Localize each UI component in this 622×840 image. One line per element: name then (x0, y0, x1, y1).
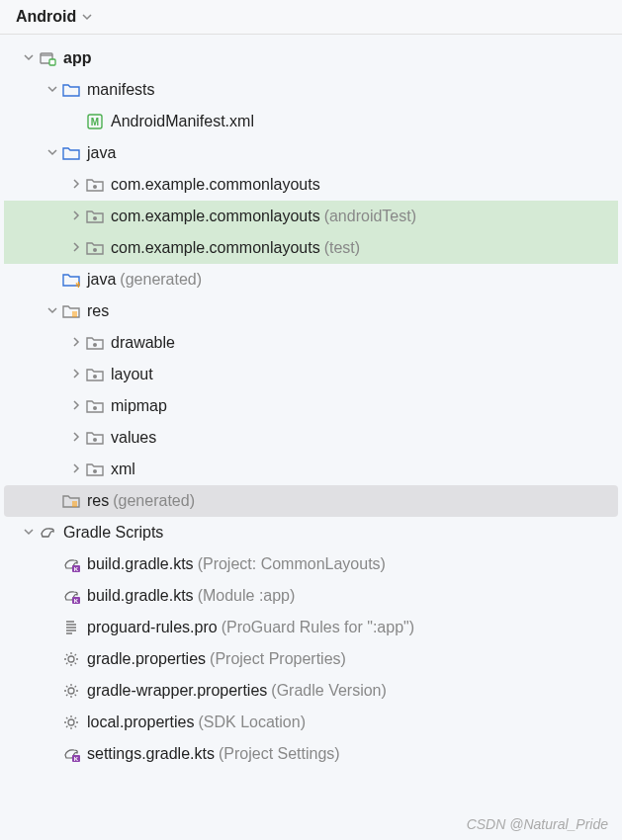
svg-text:✻: ✻ (75, 281, 80, 288)
tree-item-label: AndroidManifest.xml (111, 113, 254, 130)
resource-folder-icon (61, 491, 81, 511)
tree-item-res-folder[interactable]: drawable (4, 327, 618, 359)
folder-icon (85, 460, 105, 479)
tree-item-suffix: (SDK Location) (199, 714, 307, 731)
tree-item-label: com.example.commonlayouts (111, 176, 320, 194)
chevron-right-icon[interactable] (67, 241, 85, 255)
tree-item-label: layout (111, 366, 153, 383)
tree-item-gradle-file[interactable]: proguard-rules.pro (ProGuard Rules for "… (4, 612, 618, 643)
resource-folder-icon (61, 301, 81, 321)
chevron-down-icon[interactable] (20, 526, 38, 540)
tree-item-package[interactable]: com.example.commonlayouts (4, 169, 618, 201)
folder-generated-icon: ✻ (61, 270, 81, 290)
tree-item-suffix: (generated) (113, 492, 195, 510)
svg-point-17 (68, 656, 74, 662)
svg-point-9 (93, 375, 97, 378)
svg-point-6 (93, 248, 97, 252)
tree-item-gradle-file[interactable]: K settings.gradle.kts (Project Settings) (4, 738, 618, 770)
chevron-right-icon[interactable] (67, 399, 85, 413)
tree-item-package[interactable]: com.example.commonlayouts (test) (4, 232, 618, 264)
chevron-right-icon[interactable] (67, 210, 85, 223)
svg-point-8 (93, 343, 97, 347)
gear-icon (61, 713, 81, 732)
tree-item-java-generated[interactable]: ✻ java (generated) (4, 264, 618, 295)
svg-point-5 (93, 216, 97, 220)
tree-item-gradle-scripts[interactable]: Gradle Scripts (4, 517, 618, 548)
tree-item-suffix: (test) (324, 239, 360, 257)
gradle-kts-icon: K (61, 554, 81, 574)
project-tree: app manifests M AndroidManifest.xml java (0, 35, 622, 778)
folder-icon (85, 365, 105, 384)
svg-point-10 (93, 406, 97, 410)
tree-item-gradle-file[interactable]: K build.gradle.kts (Module :app) (4, 580, 618, 612)
chevron-down-icon[interactable] (44, 304, 61, 318)
tree-item-gradle-file[interactable]: local.properties (SDK Location) (4, 707, 618, 738)
watermark: CSDN @Natural_Pride (467, 816, 608, 832)
tree-item-manifests[interactable]: manifests (4, 74, 618, 106)
tree-item-res-generated[interactable]: res (generated) (4, 485, 618, 517)
tree-item-suffix: (Gradle Version) (271, 682, 387, 700)
tree-item-package[interactable]: com.example.commonlayouts (androidTest) (4, 201, 618, 232)
tree-item-label: proguard-rules.pro (87, 619, 218, 636)
tree-item-label: res (87, 492, 109, 510)
tree-item-manifest-file[interactable]: M AndroidManifest.xml (4, 106, 618, 137)
chevron-down-icon[interactable] (44, 146, 61, 160)
tree-item-label: res (87, 302, 109, 320)
tree-item-res-folder[interactable]: xml (4, 454, 618, 485)
folder-icon (85, 333, 105, 353)
tree-item-suffix: (Module :app) (198, 587, 296, 605)
svg-point-12 (93, 469, 97, 473)
svg-point-18 (68, 688, 74, 694)
gradle-icon (38, 523, 57, 543)
chevron-right-icon[interactable] (67, 368, 85, 381)
tree-item-gradle-file[interactable]: K build.gradle.kts (Project: CommonLayou… (4, 548, 618, 580)
module-icon (38, 48, 57, 68)
package-icon (85, 207, 105, 226)
svg-point-11 (93, 438, 97, 442)
tree-item-label: gradle.properties (87, 650, 206, 668)
tree-item-app[interactable]: app (4, 42, 618, 74)
chevron-right-icon[interactable] (67, 462, 85, 476)
tree-item-gradle-file[interactable]: gradle-wrapper.properties (Gradle Versio… (4, 675, 618, 707)
chevron-down-icon (82, 8, 92, 26)
gear-icon (61, 681, 81, 701)
tree-item-label: app (63, 49, 91, 67)
chevron-down-icon[interactable] (44, 83, 61, 97)
chevron-down-icon[interactable] (20, 51, 38, 65)
svg-point-4 (93, 185, 97, 189)
chevron-right-icon[interactable] (67, 336, 85, 350)
tree-item-suffix: (generated) (120, 271, 202, 289)
svg-text:K: K (74, 598, 79, 604)
svg-point-19 (68, 719, 74, 725)
tree-item-res[interactable]: res (4, 295, 618, 327)
svg-text:K: K (74, 566, 79, 572)
chevron-right-icon[interactable] (67, 178, 85, 192)
tree-item-label: xml (111, 461, 135, 478)
tree-item-label: gradle-wrapper.properties (87, 682, 267, 700)
tree-item-suffix: (Project Properties) (210, 650, 346, 668)
tree-item-res-folder[interactable]: layout (4, 359, 618, 390)
tree-item-label: java (87, 144, 116, 162)
tree-item-res-folder[interactable]: mipmap (4, 390, 618, 422)
tree-item-label: manifests (87, 81, 154, 99)
gear-icon (61, 649, 81, 669)
tree-item-label: com.example.commonlayouts (111, 239, 320, 257)
svg-text:K: K (74, 756, 79, 762)
view-mode-label: Android (16, 8, 76, 26)
tree-item-label: local.properties (87, 714, 195, 731)
folder-icon (85, 396, 105, 416)
project-view-header[interactable]: Android (0, 0, 622, 35)
svg-rect-1 (49, 59, 55, 65)
tree-item-label: com.example.commonlayouts (111, 208, 320, 225)
tree-item-label: settings.gradle.kts (87, 745, 215, 763)
tree-item-res-folder[interactable]: values (4, 422, 618, 454)
gradle-kts-icon: K (61, 744, 81, 764)
chevron-right-icon[interactable] (67, 431, 85, 445)
tree-item-label: values (111, 429, 156, 447)
tree-item-java[interactable]: java (4, 137, 618, 169)
tree-item-label: java (87, 271, 116, 289)
tree-item-gradle-file[interactable]: gradle.properties (Project Properties) (4, 643, 618, 675)
manifest-file-icon: M (85, 112, 105, 131)
tree-item-suffix: (Project: CommonLayouts) (198, 555, 386, 573)
folder-icon (61, 80, 81, 100)
